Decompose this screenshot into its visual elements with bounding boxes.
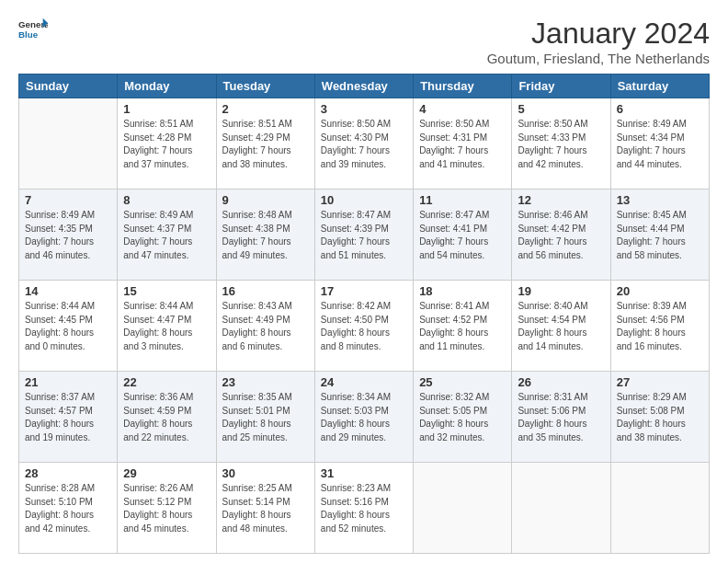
cell-sun-info: Sunrise: 8:37 AM Sunset: 4:57 PM Dayligh…	[25, 391, 111, 444]
cell-sun-info: Sunrise: 8:51 AM Sunset: 4:29 PM Dayligh…	[222, 118, 309, 171]
calendar-cell: 19Sunrise: 8:40 AM Sunset: 4:54 PM Dayli…	[512, 281, 610, 372]
cell-sun-info: Sunrise: 8:45 AM Sunset: 4:44 PM Dayligh…	[617, 209, 703, 262]
calendar-cell: 31Sunrise: 8:23 AM Sunset: 5:16 PM Dayli…	[314, 463, 413, 554]
calendar-cell: 7Sunrise: 8:49 AM Sunset: 4:35 PM Daylig…	[19, 190, 118, 281]
calendar-cell: 24Sunrise: 8:34 AM Sunset: 5:03 PM Dayli…	[314, 372, 413, 463]
cell-date-number: 3	[321, 102, 407, 116]
cell-date-number: 13	[617, 193, 703, 207]
cell-date-number: 12	[518, 193, 604, 207]
cell-sun-info: Sunrise: 8:49 AM Sunset: 4:35 PM Dayligh…	[25, 209, 111, 262]
cell-date-number: 18	[419, 284, 506, 298]
cell-sun-info: Sunrise: 8:42 AM Sunset: 4:50 PM Dayligh…	[321, 300, 407, 353]
cell-date-number: 14	[25, 284, 111, 298]
cell-date-number: 31	[321, 466, 407, 480]
calendar-cell: 4Sunrise: 8:50 AM Sunset: 4:31 PM Daylig…	[414, 98, 512, 190]
calendar-weekday-header: Wednesday	[314, 75, 413, 98]
cell-sun-info: Sunrise: 8:43 AM Sunset: 4:49 PM Dayligh…	[222, 300, 309, 353]
calendar-cell: 14Sunrise: 8:44 AM Sunset: 4:45 PM Dayli…	[19, 281, 118, 372]
cell-date-number: 11	[419, 193, 506, 207]
calendar-table: SundayMondayTuesdayWednesdayThursdayFrid…	[18, 74, 710, 554]
cell-date-number: 4	[419, 102, 506, 116]
cell-date-number: 9	[222, 193, 309, 207]
calendar-cell: 18Sunrise: 8:41 AM Sunset: 4:52 PM Dayli…	[414, 281, 512, 372]
cell-date-number: 29	[123, 466, 210, 480]
cell-sun-info: Sunrise: 8:29 AM Sunset: 5:08 PM Dayligh…	[617, 391, 703, 444]
cell-sun-info: Sunrise: 8:35 AM Sunset: 5:01 PM Dayligh…	[222, 391, 309, 444]
calendar-cell: 8Sunrise: 8:49 AM Sunset: 4:37 PM Daylig…	[118, 190, 216, 281]
cell-date-number: 19	[518, 284, 604, 298]
calendar-weekday-header: Monday	[118, 75, 216, 98]
calendar-cell: 30Sunrise: 8:25 AM Sunset: 5:14 PM Dayli…	[216, 463, 314, 554]
cell-sun-info: Sunrise: 8:40 AM Sunset: 4:54 PM Dayligh…	[518, 300, 604, 353]
cell-date-number: 2	[222, 102, 309, 116]
calendar-cell: 15Sunrise: 8:44 AM Sunset: 4:47 PM Dayli…	[118, 281, 216, 372]
cell-sun-info: Sunrise: 8:49 AM Sunset: 4:37 PM Dayligh…	[123, 209, 210, 262]
cell-sun-info: Sunrise: 8:39 AM Sunset: 4:56 PM Dayligh…	[617, 300, 703, 353]
calendar-cell: 28Sunrise: 8:28 AM Sunset: 5:10 PM Dayli…	[19, 463, 118, 554]
cell-date-number: 6	[617, 102, 703, 116]
cell-sun-info: Sunrise: 8:51 AM Sunset: 4:28 PM Dayligh…	[123, 118, 210, 171]
calendar-cell: 11Sunrise: 8:47 AM Sunset: 4:41 PM Dayli…	[414, 190, 512, 281]
calendar-cell: 12Sunrise: 8:46 AM Sunset: 4:42 PM Dayli…	[512, 190, 610, 281]
cell-date-number: 21	[25, 375, 111, 389]
cell-date-number: 24	[321, 375, 407, 389]
cell-date-number: 7	[25, 193, 111, 207]
svg-text:Blue: Blue	[18, 29, 39, 40]
calendar-weekday-header: Thursday	[414, 75, 512, 98]
calendar-cell: 27Sunrise: 8:29 AM Sunset: 5:08 PM Dayli…	[610, 372, 709, 463]
page-title: January 2024	[487, 17, 710, 51]
cell-sun-info: Sunrise: 8:32 AM Sunset: 5:05 PM Dayligh…	[419, 391, 506, 444]
calendar-cell: 16Sunrise: 8:43 AM Sunset: 4:49 PM Dayli…	[216, 281, 314, 372]
calendar-cell	[610, 463, 709, 554]
page: General Blue January 2024 Goutum, Friesl…	[0, 0, 728, 563]
calendar-cell: 13Sunrise: 8:45 AM Sunset: 4:44 PM Dayli…	[610, 190, 709, 281]
page-subtitle: Goutum, Friesland, The Netherlands	[487, 51, 710, 66]
cell-sun-info: Sunrise: 8:46 AM Sunset: 4:42 PM Dayligh…	[518, 209, 604, 262]
cell-date-number: 26	[518, 375, 604, 389]
cell-sun-info: Sunrise: 8:23 AM Sunset: 5:16 PM Dayligh…	[321, 482, 407, 535]
calendar-cell: 17Sunrise: 8:42 AM Sunset: 4:50 PM Dayli…	[314, 281, 413, 372]
calendar-cell: 5Sunrise: 8:50 AM Sunset: 4:33 PM Daylig…	[512, 98, 610, 190]
cell-sun-info: Sunrise: 8:47 AM Sunset: 4:41 PM Dayligh…	[419, 209, 506, 262]
calendar-weekday-header: Tuesday	[216, 75, 314, 98]
cell-date-number: 5	[518, 102, 604, 116]
cell-date-number: 10	[321, 193, 407, 207]
calendar-weekday-header: Saturday	[610, 75, 709, 98]
cell-date-number: 20	[617, 284, 703, 298]
calendar-cell: 20Sunrise: 8:39 AM Sunset: 4:56 PM Dayli…	[610, 281, 709, 372]
cell-sun-info: Sunrise: 8:34 AM Sunset: 5:03 PM Dayligh…	[321, 391, 407, 444]
cell-sun-info: Sunrise: 8:26 AM Sunset: 5:12 PM Dayligh…	[123, 482, 210, 535]
cell-sun-info: Sunrise: 8:44 AM Sunset: 4:45 PM Dayligh…	[25, 300, 111, 353]
logo: General Blue	[18, 17, 48, 46]
logo-icon: General Blue	[18, 17, 48, 46]
calendar-cell	[512, 463, 610, 554]
cell-date-number: 16	[222, 284, 309, 298]
cell-sun-info: Sunrise: 8:50 AM Sunset: 4:30 PM Dayligh…	[321, 118, 407, 171]
cell-date-number: 22	[123, 375, 210, 389]
calendar-cell: 3Sunrise: 8:50 AM Sunset: 4:30 PM Daylig…	[314, 98, 413, 190]
cell-date-number: 25	[419, 375, 506, 389]
cell-date-number: 8	[123, 193, 210, 207]
cell-sun-info: Sunrise: 8:25 AM Sunset: 5:14 PM Dayligh…	[222, 482, 309, 535]
calendar-cell: 1Sunrise: 8:51 AM Sunset: 4:28 PM Daylig…	[118, 98, 216, 190]
header: General Blue January 2024 Goutum, Friesl…	[18, 17, 710, 66]
cell-sun-info: Sunrise: 8:50 AM Sunset: 4:31 PM Dayligh…	[419, 118, 506, 171]
calendar-cell	[414, 463, 512, 554]
cell-date-number: 30	[222, 466, 309, 480]
title-block: January 2024 Goutum, Friesland, The Neth…	[487, 17, 710, 66]
calendar-cell: 29Sunrise: 8:26 AM Sunset: 5:12 PM Dayli…	[118, 463, 216, 554]
cell-sun-info: Sunrise: 8:48 AM Sunset: 4:38 PM Dayligh…	[222, 209, 309, 262]
calendar-weekday-header: Friday	[512, 75, 610, 98]
cell-sun-info: Sunrise: 8:31 AM Sunset: 5:06 PM Dayligh…	[518, 391, 604, 444]
calendar-cell	[19, 98, 118, 190]
calendar-cell: 6Sunrise: 8:49 AM Sunset: 4:34 PM Daylig…	[610, 98, 709, 190]
calendar-cell: 26Sunrise: 8:31 AM Sunset: 5:06 PM Dayli…	[512, 372, 610, 463]
calendar-cell: 10Sunrise: 8:47 AM Sunset: 4:39 PM Dayli…	[314, 190, 413, 281]
calendar-cell: 2Sunrise: 8:51 AM Sunset: 4:29 PM Daylig…	[216, 98, 314, 190]
cell-sun-info: Sunrise: 8:36 AM Sunset: 4:59 PM Dayligh…	[123, 391, 210, 444]
calendar-cell: 21Sunrise: 8:37 AM Sunset: 4:57 PM Dayli…	[19, 372, 118, 463]
cell-sun-info: Sunrise: 8:44 AM Sunset: 4:47 PM Dayligh…	[123, 300, 210, 353]
cell-sun-info: Sunrise: 8:41 AM Sunset: 4:52 PM Dayligh…	[419, 300, 506, 353]
cell-date-number: 1	[123, 102, 210, 116]
cell-date-number: 17	[321, 284, 407, 298]
